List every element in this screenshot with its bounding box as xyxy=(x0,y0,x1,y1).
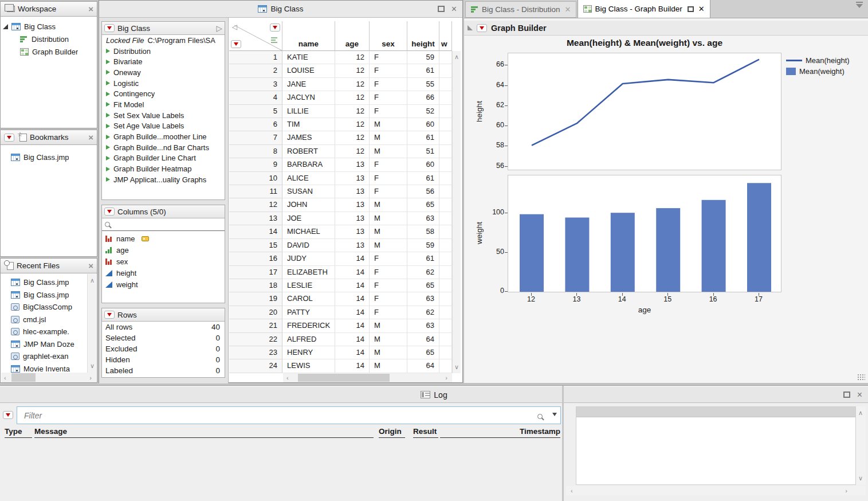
tab-list-filter-icon[interactable] xyxy=(856,4,863,17)
table-cell[interactable] xyxy=(439,145,452,158)
row-number-cell[interactable]: 6 xyxy=(229,118,282,131)
scroll-right-icon[interactable]: › xyxy=(89,375,92,381)
table-row[interactable]: 23HENRY14M65 xyxy=(229,346,452,359)
grid-column-header[interactable]: sex xyxy=(370,21,407,51)
table-cell[interactable]: 59 xyxy=(407,51,439,64)
recent-file-item[interactable]: Big Class.jmp xyxy=(9,276,87,289)
table-cell[interactable]: 55 xyxy=(407,78,439,91)
row-number-cell[interactable]: 2 xyxy=(229,64,282,77)
row-number-cell[interactable]: 17 xyxy=(229,266,282,279)
weight-bar[interactable] xyxy=(747,183,771,292)
log-column-header[interactable]: Origin xyxy=(379,427,405,438)
row-number-cell[interactable]: 1 xyxy=(229,51,282,64)
table-cell[interactable]: 13 xyxy=(335,158,370,171)
table-cell[interactable]: 13 xyxy=(335,212,370,225)
table-cell[interactable] xyxy=(439,78,452,91)
close-icon[interactable]: × xyxy=(88,261,93,270)
table-row[interactable]: 3JANE12F55 xyxy=(229,78,452,91)
row-number-cell[interactable]: 12 xyxy=(229,198,282,212)
log-filter-input[interactable] xyxy=(17,406,561,424)
table-cell[interactable]: 51 xyxy=(407,145,439,158)
scrollbar-thumb[interactable] xyxy=(298,374,390,382)
table-cell[interactable] xyxy=(439,239,452,252)
recent-file-item[interactable]: Movie Inventa xyxy=(9,363,87,373)
table-cell[interactable]: 14 xyxy=(335,292,370,306)
table-cell[interactable] xyxy=(439,266,452,279)
table-cell[interactable] xyxy=(439,131,452,144)
table-row[interactable]: 13JOE13M63 xyxy=(229,212,452,225)
table-script-item[interactable]: Set Sex Value Labels xyxy=(102,110,225,121)
table-cell[interactable]: 14 xyxy=(335,266,370,279)
table-cell[interactable]: M xyxy=(370,359,407,373)
tab-close-icon[interactable]: ✕ xyxy=(698,5,705,13)
table-cell[interactable] xyxy=(439,306,452,319)
row-number-cell[interactable]: 5 xyxy=(229,105,282,118)
log-splitter[interactable] xyxy=(562,386,564,501)
table-cell[interactable]: 13 xyxy=(335,239,370,252)
table-cell[interactable]: DAVID xyxy=(282,239,335,252)
table-row[interactable]: 11SUSAN13F56 xyxy=(229,185,452,198)
log-menu-button[interactable] xyxy=(3,411,13,419)
table-cell[interactable]: LEWIS xyxy=(282,359,335,373)
column-list-item[interactable]: name xyxy=(102,233,225,244)
table-cell[interactable]: 12 xyxy=(335,118,370,131)
table-cell[interactable]: SUSAN xyxy=(282,185,335,198)
table-cell[interactable]: 14 xyxy=(335,306,370,319)
table-cell[interactable] xyxy=(439,158,452,171)
table-cell[interactable]: ALICE xyxy=(282,172,335,185)
table-cell[interactable]: 52 xyxy=(407,105,439,118)
row-number-cell[interactable]: 8 xyxy=(229,145,282,158)
restore-icon[interactable] xyxy=(688,6,694,12)
scroll-down-icon[interactable]: ∨ xyxy=(90,363,95,369)
table-cell[interactable] xyxy=(439,185,452,198)
report-tab[interactable]: Big Class - Distribution✕ xyxy=(465,1,576,18)
table-cell[interactable]: M xyxy=(370,239,407,252)
table-row[interactable]: 14MICHAEL13M58 xyxy=(229,225,452,238)
table-cell[interactable]: F xyxy=(370,158,407,171)
log-column-header[interactable]: Type xyxy=(5,427,32,438)
resize-grip[interactable] xyxy=(857,374,865,381)
scroll-up-icon[interactable]: ∧ xyxy=(858,410,863,416)
row-number-cell[interactable]: 11 xyxy=(229,185,282,198)
report-tab-active[interactable]: Big Class - Graph Builder✕ xyxy=(578,0,710,18)
table-cell[interactable]: 58 xyxy=(407,225,439,238)
table-script-item[interactable]: Contingency xyxy=(102,88,225,99)
table-cell[interactable]: 56 xyxy=(407,185,439,198)
table-cell[interactable]: JOHN xyxy=(282,198,335,212)
table-cell[interactable]: 61 xyxy=(407,252,439,265)
scroll-right-icon[interactable]: › xyxy=(845,488,847,494)
table-cell[interactable]: 64 xyxy=(407,333,439,346)
table-row[interactable]: 2LOUISE12F61 xyxy=(229,64,452,77)
grid-corner-cell[interactable]: ◁ xyxy=(229,21,282,51)
table-cell[interactable]: ROBERT xyxy=(282,145,335,158)
table-cell[interactable]: 14 xyxy=(335,346,370,359)
table-script-item[interactable]: JMP Applicat...uality Graphs xyxy=(102,174,225,185)
table-menu-button[interactable] xyxy=(104,24,115,32)
workspace-tree-root[interactable]: Big Class xyxy=(1,20,97,33)
window-titlebar[interactable]: Big Class × xyxy=(99,1,462,18)
table-row[interactable]: 9BARBARA13F60 xyxy=(229,158,452,171)
table-cell[interactable]: ALFRED xyxy=(282,333,335,346)
columns-corner-menu-button[interactable] xyxy=(270,24,280,32)
table-cell[interactable] xyxy=(439,359,452,373)
table-cell[interactable]: 14 xyxy=(335,252,370,265)
table-cell[interactable] xyxy=(439,118,452,131)
table-cell[interactable]: 65 xyxy=(407,279,439,292)
row-number-cell[interactable]: 4 xyxy=(229,91,282,104)
row-number-cell[interactable]: 9 xyxy=(229,158,282,171)
table-cell[interactable]: F xyxy=(370,306,407,319)
table-cell[interactable]: F xyxy=(370,78,407,91)
table-cell[interactable]: 12 xyxy=(335,78,370,91)
recent-file-item[interactable]: BigClassComp xyxy=(9,301,87,314)
table-cell[interactable]: 12 xyxy=(335,131,370,144)
table-cell[interactable]: M xyxy=(370,346,407,359)
table-cell[interactable]: 12 xyxy=(335,105,370,118)
table-cell[interactable]: M xyxy=(370,212,407,225)
scroll-up-icon[interactable]: ∧ xyxy=(454,54,459,60)
close-icon[interactable]: × xyxy=(857,390,862,400)
table-cell[interactable]: F xyxy=(370,64,407,77)
table-cell[interactable] xyxy=(439,172,452,185)
table-cell[interactable]: LOUISE xyxy=(282,64,335,77)
expand-triangle-icon[interactable] xyxy=(3,24,8,29)
scroll-left-icon[interactable]: ‹ xyxy=(571,488,573,494)
